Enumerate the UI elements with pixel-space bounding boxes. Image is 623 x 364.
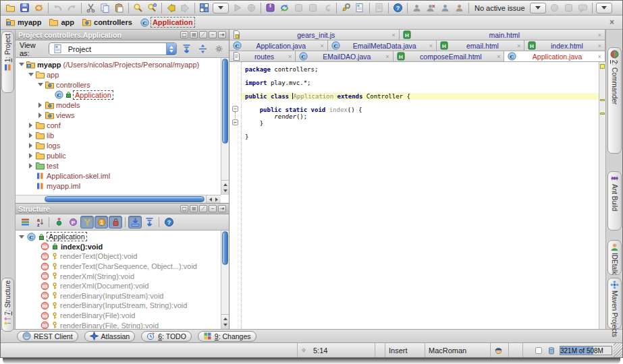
editor-tab-email-html[interactable]: Hemail.html×: [437, 40, 524, 51]
hide-window-button[interactable]: ⇥: [218, 205, 226, 212]
idetalk-status-icon[interactable]: [491, 343, 508, 357]
tree-row[interactable]: public: [16, 150, 229, 160]
caret-position[interactable]: 5:14: [310, 343, 375, 357]
minimize-button[interactable]: −: [209, 31, 217, 38]
autoscroll-from-source-button[interactable]: [142, 216, 156, 229]
fold-start-marker[interactable]: −: [232, 106, 238, 112]
tree-expander[interactable]: [28, 163, 34, 169]
run-config-dropdown-button[interactable]: [213, 3, 229, 13]
help-button[interactable]: ?: [162, 216, 175, 229]
error-stripe[interactable]: [599, 62, 605, 329]
fold-end-marker[interactable]: ⌐: [232, 119, 238, 125]
tree-expander[interactable]: [18, 63, 24, 66]
tab-close-icon[interactable]: ×: [320, 42, 323, 49]
view-as-select[interactable]: Project: [49, 42, 177, 55]
tasks-dropdown-button[interactable]: [596, 3, 612, 13]
editor-tab-emaildao-java[interactable]: CEMailDAO.java×: [296, 51, 393, 61]
tree-row[interactable]: myapp (/Users/nicolas/Projects/Personal/…: [16, 59, 229, 69]
tree-expander[interactable]: [28, 123, 34, 128]
tree-row[interactable]: app: [16, 69, 229, 80]
tab-close-icon[interactable]: ×: [517, 42, 520, 49]
tab-close-icon[interactable]: ×: [429, 42, 433, 49]
project-horizontal-scrollbar[interactable]: [16, 195, 221, 203]
show-properties-button[interactable]: P: [66, 216, 80, 229]
structure-row[interactable]: mrenderText(CharSequence, Object...):voi…: [16, 262, 229, 272]
autoscroll-to-source-button[interactable]: [128, 216, 142, 229]
editor-tab-application-java[interactable]: CApplication.java×: [229, 40, 328, 51]
close-icon[interactable]: ×: [607, 18, 617, 27]
tool-window-button--todo[interactable]: 6: TODO: [141, 331, 192, 342]
tab-close-icon[interactable]: ×: [385, 53, 389, 60]
tab-close-icon[interactable]: ×: [598, 32, 601, 38]
show-non-public-button[interactable]: 1: [94, 216, 108, 229]
tool-strip-button-idetalk[interactable]: IDEtalk: [607, 240, 622, 275]
sort-alphabetically-button[interactable]: az: [32, 216, 46, 229]
collapse-all-icon[interactable]: [196, 42, 209, 56]
pin-button[interactable]: ⟋: [199, 31, 207, 38]
editor-tab-emailmetadata-java[interactable]: CEmailMetaData.java×: [328, 40, 437, 51]
tree-expander[interactable]: [28, 143, 34, 148]
show-inherited-button[interactable]: [80, 216, 94, 229]
warning-stripe-marker[interactable]: [600, 99, 605, 101]
tree-expander[interactable]: [37, 83, 43, 86]
tool-strip-button--commander[interactable]: 2: Commander: [607, 47, 622, 154]
project-vertical-scrollbar[interactable]: [221, 58, 229, 195]
synchronize-button[interactable]: [32, 1, 46, 15]
gear-icon[interactable]: [213, 42, 225, 56]
background-tasks-gear-icon[interactable]: [298, 343, 310, 357]
dock-window-button[interactable]: ⊞: [190, 31, 198, 38]
tool-strip-button--structure[interactable]: 7: Structure: [1, 278, 14, 332]
tree-expander[interactable]: [28, 73, 34, 76]
structure-row[interactable]: mrenderXml(String):void: [16, 271, 229, 281]
editor-tab-application-java[interactable]: CApplication.java×: [504, 51, 605, 62]
help-button[interactable]: ?: [391, 1, 405, 15]
save-all-button[interactable]: [18, 1, 32, 15]
tool-window-button-atlassian[interactable]: Atlassian: [84, 331, 136, 342]
editor-tab-routes[interactable]: routes×: [229, 51, 296, 61]
garbage-collector-icon[interactable]: [546, 343, 558, 357]
insert-mode[interactable]: Insert: [385, 343, 425, 357]
tree-row[interactable]: conf: [16, 120, 229, 130]
cut-button[interactable]: [84, 1, 98, 15]
warning-stripe-marker[interactable]: [600, 113, 605, 115]
tree-expander[interactable]: [28, 133, 34, 138]
tree-expander[interactable]: [37, 113, 43, 118]
structure-row[interactable]: CApplication: [16, 232, 229, 242]
breadcrumb-item-application[interactable]: CApplication: [140, 18, 194, 27]
open-file-button[interactable]: [3, 1, 18, 15]
tree-row[interactable]: myapp.iml: [16, 181, 229, 191]
tool-strip-button-ant-build[interactable]: Ant Build: [607, 171, 622, 231]
structure-row[interactable]: mrenderXml(Document):void: [16, 281, 229, 291]
minimize-button[interactable]: −: [209, 205, 217, 212]
structure-row[interactable]: mrenderBinary(InputStream):void: [16, 291, 229, 301]
tree-expander[interactable]: [37, 102, 43, 108]
back-button[interactable]: [164, 1, 178, 15]
structure-row[interactable]: mrenderBinary(File):void: [16, 311, 229, 321]
pin-button[interactable]: ⟋: [199, 205, 207, 212]
package-module-button[interactable]: [263, 1, 277, 15]
tab-close-icon[interactable]: ×: [598, 53, 601, 60]
tab-close-icon[interactable]: ×: [497, 53, 500, 60]
scroll-to-source-icon[interactable]: [181, 42, 193, 56]
float-window-button[interactable]: ▢: [180, 31, 188, 38]
run-configurations-button[interactable]: [197, 1, 211, 15]
tab-close-icon[interactable]: ×: [598, 42, 601, 49]
active-issue-dropdown-button[interactable]: [530, 3, 546, 13]
idetalk-jabber-button[interactable]: [438, 1, 452, 15]
project-structure-button[interactable]: [353, 1, 367, 15]
structure-row[interactable]: mrenderBinary(InputStream, String):void: [16, 301, 229, 311]
tool-window-button--changes[interactable]: 9: Changes: [198, 331, 256, 342]
idetalk-add-user-button[interactable]: [410, 1, 424, 15]
sort-by-visibility-button[interactable]: [18, 216, 32, 229]
memory-indicator[interactable]: 321M of 508M: [560, 346, 612, 355]
readonly-checkbox[interactable]: [534, 343, 546, 357]
make-project-button[interactable]: [277, 1, 292, 15]
select-stepper[interactable]: [166, 43, 176, 55]
hide-window-button[interactable]: ⇥: [218, 31, 226, 38]
dock-window-button[interactable]: ⊞: [190, 205, 198, 212]
editor-tab-composeemail-html[interactable]: HcomposeEmail.html×: [394, 51, 505, 61]
code-area[interactable]: package controllers;import play.mvc.*;pu…: [242, 62, 599, 329]
tree-row[interactable]: Application-skel.iml: [16, 171, 229, 181]
tree-row[interactable]: CApplication: [16, 90, 229, 100]
editor-tab-main-html[interactable]: Hmain.html×: [400, 30, 605, 40]
